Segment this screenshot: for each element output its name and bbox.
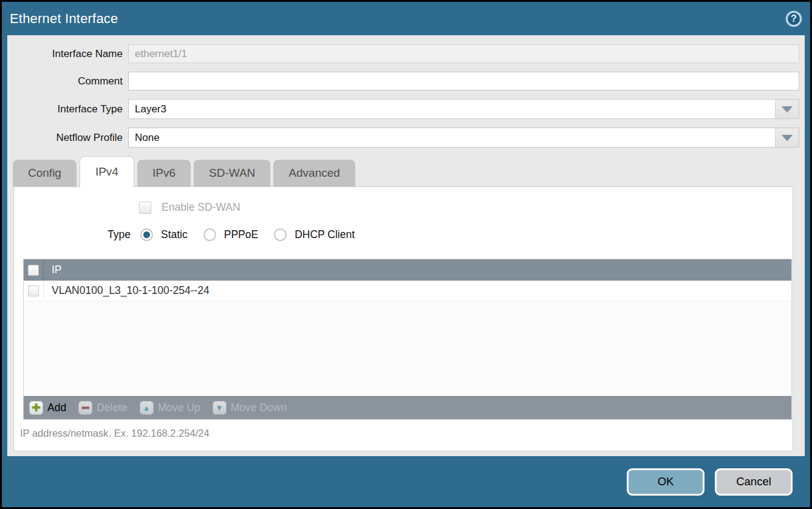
radio-pppoe[interactable] [203, 228, 216, 241]
interface-type-value: Layer3 [135, 103, 166, 115]
comment-field[interactable] [128, 72, 799, 91]
table-toolbar: ✚ Add ━ Delete ▲ Move Up ▼ Move Down [24, 396, 791, 419]
type-radio-group: Type Static PPPoE DHCP Client [107, 228, 793, 241]
enable-sdwan-label: Enable SD-WAN [162, 201, 241, 214]
radio-dot [206, 231, 213, 238]
netflow-profile-dropdown-button[interactable] [775, 128, 799, 147]
minus-icon: ━ [78, 401, 92, 415]
dialog-footer: OK Cancel [2, 456, 810, 507]
ok-button[interactable]: OK [627, 468, 705, 496]
move-up-button[interactable]: ▲ Move Up [140, 401, 200, 415]
chevron-down-icon [782, 106, 793, 112]
radio-dhcp-client[interactable] [274, 228, 287, 241]
tab-bar: Config IPv4 IPv6 SD-WAN Advanced [13, 156, 799, 186]
enable-sdwan-row: Enable SD-WAN [139, 201, 793, 214]
tab-ipv4[interactable]: IPv4 [80, 156, 134, 187]
row-checkbox-cell [24, 281, 44, 301]
netflow-profile-dropdown[interactable]: None [128, 128, 799, 148]
table-row[interactable]: VLAN0100_L3_10-1-100-254--24 [24, 281, 791, 301]
chevron-down-icon [782, 135, 793, 141]
type-label: Type [107, 228, 131, 241]
tab-advanced[interactable]: Advanced [273, 160, 355, 186]
delete-button-label: Delete [97, 401, 128, 414]
delete-button[interactable]: ━ Delete [78, 401, 128, 415]
arrow-up-icon: ▲ [140, 401, 154, 415]
add-button-label: Add [47, 401, 66, 414]
move-up-button-label: Move Up [158, 401, 200, 414]
tab-sdwan[interactable]: SD-WAN [194, 160, 270, 186]
select-all-checkbox[interactable] [28, 265, 39, 276]
form-row-comment: Comment [7, 72, 799, 91]
plus-icon: ✚ [29, 401, 43, 415]
ip-table-header: IP [24, 259, 791, 281]
netflow-profile-value: None [135, 132, 160, 144]
header-checkbox-cell [24, 259, 44, 281]
ip-format-hint: IP address/netmask. Ex. 192.168.2.254/24 [20, 428, 793, 439]
cancel-button[interactable]: Cancel [715, 468, 793, 496]
arrow-down-icon: ▼ [213, 401, 227, 415]
ip-cell-value[interactable]: VLAN0100_L3_10-1-100-254--24 [52, 284, 210, 297]
netflow-profile-label: Netflow Profile [7, 132, 128, 144]
radio-static[interactable] [140, 228, 153, 241]
move-down-button[interactable]: ▼ Move Down [213, 401, 287, 415]
comment-label: Comment [7, 75, 128, 87]
radio-dot [143, 231, 150, 238]
radio-dhcp-client-label[interactable]: DHCP Client [295, 228, 355, 241]
radio-pppoe-label[interactable]: PPPoE [224, 228, 258, 241]
ip-column-header[interactable]: IP [52, 264, 62, 276]
form-row-interface-name: Interface Name [7, 44, 799, 63]
interface-name-field [128, 44, 799, 63]
dialog-content: Interface Name Comment Interface Type La… [7, 35, 805, 456]
table-empty-area [24, 301, 791, 396]
move-down-button-label: Move Down [231, 401, 287, 414]
form-row-netflow-profile: Netflow Profile None [7, 128, 799, 148]
radio-static-label[interactable]: Static [161, 228, 188, 241]
help-icon[interactable]: ? [786, 11, 802, 27]
enable-sdwan-checkbox [139, 202, 151, 214]
interface-type-dropdown-button[interactable] [775, 100, 799, 118]
dialog-titlebar: Ethernet Interface ? [2, 2, 810, 35]
radio-dot [277, 231, 284, 238]
dialog-title: Ethernet Interface [10, 11, 118, 27]
add-button[interactable]: ✚ Add [29, 401, 66, 415]
ipv4-tab-panel: Enable SD-WAN Type Static PPPoE DHCP Cli… [13, 186, 793, 451]
form-row-interface-type: Interface Type Layer3 [7, 99, 799, 119]
tab-config[interactable]: Config [13, 160, 77, 186]
interface-type-dropdown[interactable]: Layer3 [128, 99, 799, 119]
ip-table: IP VLAN0100_L3_10-1-100-254--24 ✚ Add ━ [23, 259, 792, 420]
interface-type-label: Interface Type [7, 103, 128, 115]
ethernet-interface-dialog: Ethernet Interface ? Interface Name Comm… [0, 0, 812, 509]
interface-name-label: Interface Name [7, 48, 128, 60]
tab-ipv6[interactable]: IPv6 [137, 160, 191, 186]
row-checkbox[interactable] [28, 285, 39, 296]
